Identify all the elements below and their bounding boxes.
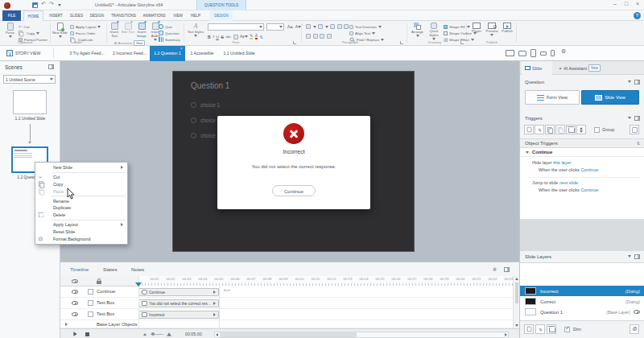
expand-icon[interactable]	[213, 302, 216, 305]
menu-item-reset-slide[interactable]: Reset Slide	[35, 228, 127, 235]
font-dialog-launcher-icon[interactable]	[293, 41, 296, 44]
edit-layer-button[interactable]: ✎	[535, 324, 545, 334]
menu-item-cut[interactable]: ✂Cut	[35, 174, 127, 181]
shape-fill-button[interactable]: Shape Fill	[444, 23, 470, 30]
timeline-bar-continue[interactable]: Continue	[138, 288, 219, 296]
menu-item-paste-disabled[interactable]: Paste	[35, 188, 127, 195]
change-case-button[interactable]: Aa	[240, 35, 248, 39]
decrease-indent-icon[interactable]	[330, 24, 335, 29]
visibility-eye-icon[interactable]	[72, 312, 78, 316]
phone-portrait-icon[interactable]	[551, 50, 555, 56]
tab-notes[interactable]: Notes	[131, 266, 144, 272]
undo-icon[interactable]: ↶	[41, 1, 46, 7]
focus-order-button[interactable]: Focus Order	[70, 30, 95, 36]
copy-button[interactable]: Copy	[19, 30, 39, 36]
timeline-horizontal-scrollbar[interactable]	[214, 332, 509, 338]
question-tools-contextual-group[interactable]: QUESTION TOOLS	[196, 0, 246, 10]
font-color-button[interactable]: A	[255, 34, 258, 39]
expand-arrow-icon[interactable]	[65, 323, 68, 326]
summary-button[interactable]: Summary	[159, 36, 180, 43]
visibility-eye-icon[interactable]	[72, 301, 78, 305]
lock-checkbox[interactable]	[88, 311, 93, 317]
tab-slide-panel[interactable]: Slide	[522, 61, 552, 75]
scroll-right-icon[interactable]	[505, 333, 507, 336]
justify-icon[interactable]	[327, 34, 332, 39]
trigger-target-link[interactable]: next slide	[559, 180, 578, 185]
expand-icon[interactable]	[213, 291, 216, 294]
delete-trigger-button[interactable]	[566, 125, 576, 134]
trigger-group-continue[interactable]: Continue	[520, 148, 644, 157]
menu-item-copy[interactable]: Copy	[35, 181, 127, 188]
phone-landscape-icon[interactable]	[540, 52, 547, 56]
bold-button[interactable]: B	[208, 35, 211, 39]
lock-checkbox[interactable]	[88, 300, 93, 306]
paragraph-dialog-launcher-icon[interactable]	[400, 41, 403, 44]
form-view-button[interactable]: Form View	[525, 90, 580, 105]
triggers-section-header[interactable]: Triggers	[520, 113, 644, 123]
drawing-dialog-launcher-icon[interactable]	[460, 41, 464, 44]
player-button[interactable]: Player	[469, 23, 484, 34]
align-center-icon[interactable]	[313, 34, 318, 39]
collapse-icon[interactable]	[628, 255, 631, 258]
strikethrough-button[interactable]: S	[221, 35, 223, 39]
show-all-eye-icon[interactable]	[72, 279, 78, 283]
dock-icon[interactable]	[634, 116, 640, 121]
new-slide-button[interactable]: New Slide	[52, 23, 68, 38]
save-icon[interactable]	[32, 2, 38, 8]
tab-design[interactable]: DESIGN	[87, 10, 107, 21]
scene-select[interactable]: 1 Untitled Scene	[3, 75, 56, 84]
trigger-wizard-button[interactable]	[630, 125, 639, 134]
tab-home[interactable]: HOME	[23, 10, 43, 22]
expand-icon[interactable]	[213, 313, 216, 316]
timeline-bar-incorrect[interactable]: Incorrect	[138, 311, 219, 319]
visibility-eye-icon[interactable]	[72, 290, 78, 294]
delete-layer-button[interactable]	[547, 324, 556, 334]
slide-layers-section-header[interactable]: Slide Layers	[520, 251, 644, 262]
quick-access-dropdown-icon[interactable]	[58, 4, 61, 6]
text-direction-button[interactable]: Text Direction	[349, 23, 382, 30]
menu-item-delete[interactable]: Delete	[35, 212, 127, 219]
scrollbar-thumb[interactable]	[515, 282, 518, 303]
choice-1-radio[interactable]	[191, 102, 196, 108]
trigger-target-link[interactable]: this layer	[553, 160, 571, 165]
tab-help[interactable]: HELP	[188, 10, 204, 21]
quiz-button[interactable]: Quiz	[159, 23, 172, 30]
align-text-button[interactable]: Align Text	[349, 30, 375, 36]
desktop-preview-icon[interactable]	[506, 50, 514, 56]
play-icon[interactable]	[73, 332, 76, 336]
clear-formatting-icon[interactable]: ⇅	[260, 35, 263, 39]
slide-tab-accessible[interactable]: 1 Accessible	[187, 46, 217, 61]
reorder-trigger-button[interactable]	[576, 125, 586, 134]
arrange-button[interactable]: Arrange	[410, 23, 425, 37]
ai-insert-text-button[interactable]: Insert Text	[108, 23, 121, 39]
bullets-icon[interactable]	[306, 24, 311, 29]
menu-item-duplicate[interactable]: Duplicate	[35, 204, 127, 212]
preview-settings-gear-icon[interactable]: ⚙	[561, 48, 566, 55]
numbering-icon[interactable]	[318, 24, 323, 29]
align-right-icon[interactable]	[320, 34, 324, 39]
help-icon[interactable]: ?	[634, 12, 641, 19]
scrollbar-thumb[interactable]	[220, 332, 357, 337]
continue-button[interactable]: Continue	[272, 185, 316, 196]
grow-font-button[interactable]: A	[287, 24, 293, 29]
tablet-landscape-icon[interactable]	[518, 51, 526, 56]
timeline-bar-textbox-1[interactable]: You did not select the correct resp...	[138, 299, 219, 307]
align-left-icon[interactable]	[306, 34, 311, 39]
timeline-dock-icon[interactable]	[504, 267, 510, 272]
trigger-when-link[interactable]: Continue	[580, 167, 598, 172]
new-layer-button[interactable]	[524, 324, 534, 334]
collapse-icon[interactable]	[628, 117, 631, 119]
layer-visibility-eye-icon[interactable]	[634, 310, 640, 314]
lock-icon[interactable]	[97, 281, 101, 284]
menu-item-apply-layout[interactable]: Apply Layout	[35, 221, 127, 229]
trigger-item[interactable]: Jump to slide next slide When the user c…	[520, 178, 644, 195]
choice-3-radio[interactable]	[191, 133, 196, 138]
timeline-ruler[interactable]: 00:0100:0200:0300:0400:0500:0600:0700:08…	[138, 276, 513, 286]
timeline-options-icon[interactable]: ✲	[493, 266, 497, 272]
menu-item-format-background[interactable]: Format Background	[35, 235, 127, 242]
question-button[interactable]: Question	[159, 30, 180, 36]
subscript-button[interactable]: abc	[225, 35, 231, 39]
character-spacing-icon[interactable]	[233, 35, 238, 39]
zoom-in-icon[interactable]	[167, 332, 171, 336]
playhead[interactable]	[135, 282, 142, 286]
